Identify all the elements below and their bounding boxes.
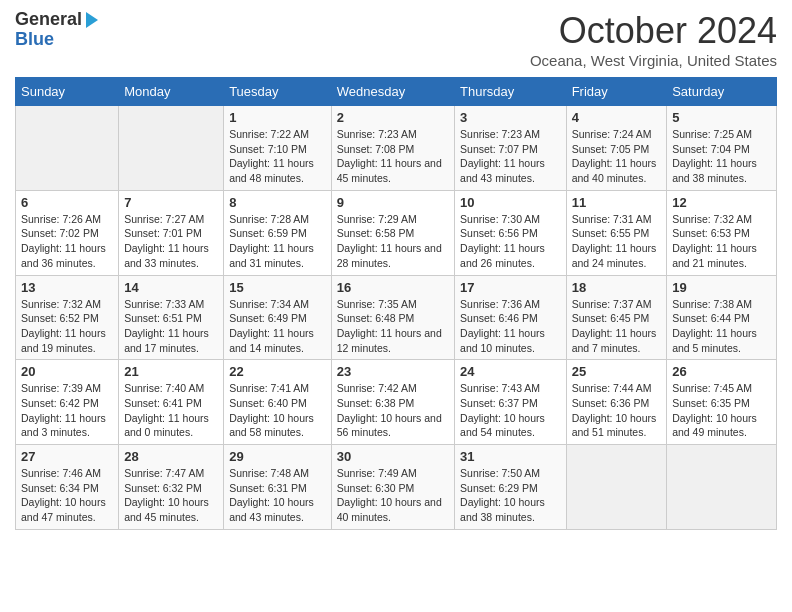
day-number: 17 xyxy=(460,280,561,295)
logo: General Blue xyxy=(15,10,98,50)
week-row-5: 27Sunrise: 7:46 AM Sunset: 6:34 PM Dayli… xyxy=(16,445,777,530)
day-number: 18 xyxy=(572,280,662,295)
day-number: 29 xyxy=(229,449,326,464)
cell-content: Sunrise: 7:29 AM Sunset: 6:58 PM Dayligh… xyxy=(337,212,449,271)
cell-content: Sunrise: 7:50 AM Sunset: 6:29 PM Dayligh… xyxy=(460,466,561,525)
cell-content: Sunrise: 7:31 AM Sunset: 6:55 PM Dayligh… xyxy=(572,212,662,271)
calendar-cell: 26Sunrise: 7:45 AM Sunset: 6:35 PM Dayli… xyxy=(667,360,777,445)
cell-content: Sunrise: 7:46 AM Sunset: 6:34 PM Dayligh… xyxy=(21,466,113,525)
day-number: 15 xyxy=(229,280,326,295)
cell-content: Sunrise: 7:25 AM Sunset: 7:04 PM Dayligh… xyxy=(672,127,771,186)
cell-content: Sunrise: 7:33 AM Sunset: 6:51 PM Dayligh… xyxy=(124,297,218,356)
header-cell-sunday: Sunday xyxy=(16,78,119,106)
cell-content: Sunrise: 7:34 AM Sunset: 6:49 PM Dayligh… xyxy=(229,297,326,356)
calendar-cell: 22Sunrise: 7:41 AM Sunset: 6:40 PM Dayli… xyxy=(224,360,332,445)
calendar-cell: 2Sunrise: 7:23 AM Sunset: 7:08 PM Daylig… xyxy=(331,106,454,191)
month-title: October 2024 xyxy=(530,10,777,52)
cell-content: Sunrise: 7:28 AM Sunset: 6:59 PM Dayligh… xyxy=(229,212,326,271)
day-number: 31 xyxy=(460,449,561,464)
day-number: 30 xyxy=(337,449,449,464)
cell-content: Sunrise: 7:48 AM Sunset: 6:31 PM Dayligh… xyxy=(229,466,326,525)
cell-content: Sunrise: 7:42 AM Sunset: 6:38 PM Dayligh… xyxy=(337,381,449,440)
calendar-cell: 16Sunrise: 7:35 AM Sunset: 6:48 PM Dayli… xyxy=(331,275,454,360)
day-number: 20 xyxy=(21,364,113,379)
calendar-cell: 8Sunrise: 7:28 AM Sunset: 6:59 PM Daylig… xyxy=(224,190,332,275)
day-number: 4 xyxy=(572,110,662,125)
logo-arrow-icon xyxy=(86,12,98,28)
day-number: 13 xyxy=(21,280,113,295)
day-number: 25 xyxy=(572,364,662,379)
calendar-cell: 6Sunrise: 7:26 AM Sunset: 7:02 PM Daylig… xyxy=(16,190,119,275)
day-number: 1 xyxy=(229,110,326,125)
week-row-2: 6Sunrise: 7:26 AM Sunset: 7:02 PM Daylig… xyxy=(16,190,777,275)
calendar-cell xyxy=(667,445,777,530)
cell-content: Sunrise: 7:22 AM Sunset: 7:10 PM Dayligh… xyxy=(229,127,326,186)
cell-content: Sunrise: 7:49 AM Sunset: 6:30 PM Dayligh… xyxy=(337,466,449,525)
day-number: 12 xyxy=(672,195,771,210)
cell-content: Sunrise: 7:40 AM Sunset: 6:41 PM Dayligh… xyxy=(124,381,218,440)
logo-blue-text: Blue xyxy=(15,30,54,50)
day-number: 21 xyxy=(124,364,218,379)
day-number: 16 xyxy=(337,280,449,295)
header-cell-thursday: Thursday xyxy=(455,78,567,106)
cell-content: Sunrise: 7:45 AM Sunset: 6:35 PM Dayligh… xyxy=(672,381,771,440)
calendar-cell xyxy=(566,445,667,530)
calendar-cell: 11Sunrise: 7:31 AM Sunset: 6:55 PM Dayli… xyxy=(566,190,667,275)
header-cell-tuesday: Tuesday xyxy=(224,78,332,106)
calendar-cell: 15Sunrise: 7:34 AM Sunset: 6:49 PM Dayli… xyxy=(224,275,332,360)
week-row-1: 1Sunrise: 7:22 AM Sunset: 7:10 PM Daylig… xyxy=(16,106,777,191)
calendar-cell: 31Sunrise: 7:50 AM Sunset: 6:29 PM Dayli… xyxy=(455,445,567,530)
day-number: 9 xyxy=(337,195,449,210)
calendar-cell: 27Sunrise: 7:46 AM Sunset: 6:34 PM Dayli… xyxy=(16,445,119,530)
cell-content: Sunrise: 7:32 AM Sunset: 6:52 PM Dayligh… xyxy=(21,297,113,356)
calendar-cell: 18Sunrise: 7:37 AM Sunset: 6:45 PM Dayli… xyxy=(566,275,667,360)
day-number: 5 xyxy=(672,110,771,125)
calendar-cell: 25Sunrise: 7:44 AM Sunset: 6:36 PM Dayli… xyxy=(566,360,667,445)
calendar-table: SundayMondayTuesdayWednesdayThursdayFrid… xyxy=(15,77,777,530)
cell-content: Sunrise: 7:32 AM Sunset: 6:53 PM Dayligh… xyxy=(672,212,771,271)
cell-content: Sunrise: 7:44 AM Sunset: 6:36 PM Dayligh… xyxy=(572,381,662,440)
day-number: 7 xyxy=(124,195,218,210)
day-number: 28 xyxy=(124,449,218,464)
calendar-cell: 12Sunrise: 7:32 AM Sunset: 6:53 PM Dayli… xyxy=(667,190,777,275)
calendar-cell: 7Sunrise: 7:27 AM Sunset: 7:01 PM Daylig… xyxy=(119,190,224,275)
cell-content: Sunrise: 7:27 AM Sunset: 7:01 PM Dayligh… xyxy=(124,212,218,271)
day-number: 26 xyxy=(672,364,771,379)
header-cell-monday: Monday xyxy=(119,78,224,106)
cell-content: Sunrise: 7:24 AM Sunset: 7:05 PM Dayligh… xyxy=(572,127,662,186)
header-row: SundayMondayTuesdayWednesdayThursdayFrid… xyxy=(16,78,777,106)
title-area: October 2024 Oceana, West Virginia, Unit… xyxy=(530,10,777,69)
day-number: 23 xyxy=(337,364,449,379)
week-row-4: 20Sunrise: 7:39 AM Sunset: 6:42 PM Dayli… xyxy=(16,360,777,445)
calendar-cell: 23Sunrise: 7:42 AM Sunset: 6:38 PM Dayli… xyxy=(331,360,454,445)
calendar-cell: 19Sunrise: 7:38 AM Sunset: 6:44 PM Dayli… xyxy=(667,275,777,360)
cell-content: Sunrise: 7:23 AM Sunset: 7:07 PM Dayligh… xyxy=(460,127,561,186)
location: Oceana, West Virginia, United States xyxy=(530,52,777,69)
page-header: General Blue October 2024 Oceana, West V… xyxy=(15,10,777,69)
day-number: 11 xyxy=(572,195,662,210)
header-cell-friday: Friday xyxy=(566,78,667,106)
calendar-cell: 24Sunrise: 7:43 AM Sunset: 6:37 PM Dayli… xyxy=(455,360,567,445)
cell-content: Sunrise: 7:30 AM Sunset: 6:56 PM Dayligh… xyxy=(460,212,561,271)
cell-content: Sunrise: 7:39 AM Sunset: 6:42 PM Dayligh… xyxy=(21,381,113,440)
cell-content: Sunrise: 7:37 AM Sunset: 6:45 PM Dayligh… xyxy=(572,297,662,356)
day-number: 19 xyxy=(672,280,771,295)
calendar-cell: 30Sunrise: 7:49 AM Sunset: 6:30 PM Dayli… xyxy=(331,445,454,530)
header-cell-saturday: Saturday xyxy=(667,78,777,106)
cell-content: Sunrise: 7:38 AM Sunset: 6:44 PM Dayligh… xyxy=(672,297,771,356)
header-cell-wednesday: Wednesday xyxy=(331,78,454,106)
calendar-cell: 28Sunrise: 7:47 AM Sunset: 6:32 PM Dayli… xyxy=(119,445,224,530)
cell-content: Sunrise: 7:47 AM Sunset: 6:32 PM Dayligh… xyxy=(124,466,218,525)
calendar-cell: 9Sunrise: 7:29 AM Sunset: 6:58 PM Daylig… xyxy=(331,190,454,275)
calendar-cell: 21Sunrise: 7:40 AM Sunset: 6:41 PM Dayli… xyxy=(119,360,224,445)
cell-content: Sunrise: 7:35 AM Sunset: 6:48 PM Dayligh… xyxy=(337,297,449,356)
calendar-cell: 29Sunrise: 7:48 AM Sunset: 6:31 PM Dayli… xyxy=(224,445,332,530)
calendar-cell: 10Sunrise: 7:30 AM Sunset: 6:56 PM Dayli… xyxy=(455,190,567,275)
calendar-cell: 1Sunrise: 7:22 AM Sunset: 7:10 PM Daylig… xyxy=(224,106,332,191)
calendar-cell: 5Sunrise: 7:25 AM Sunset: 7:04 PM Daylig… xyxy=(667,106,777,191)
calendar-cell xyxy=(119,106,224,191)
day-number: 14 xyxy=(124,280,218,295)
calendar-cell: 20Sunrise: 7:39 AM Sunset: 6:42 PM Dayli… xyxy=(16,360,119,445)
calendar-cell xyxy=(16,106,119,191)
calendar-cell: 14Sunrise: 7:33 AM Sunset: 6:51 PM Dayli… xyxy=(119,275,224,360)
